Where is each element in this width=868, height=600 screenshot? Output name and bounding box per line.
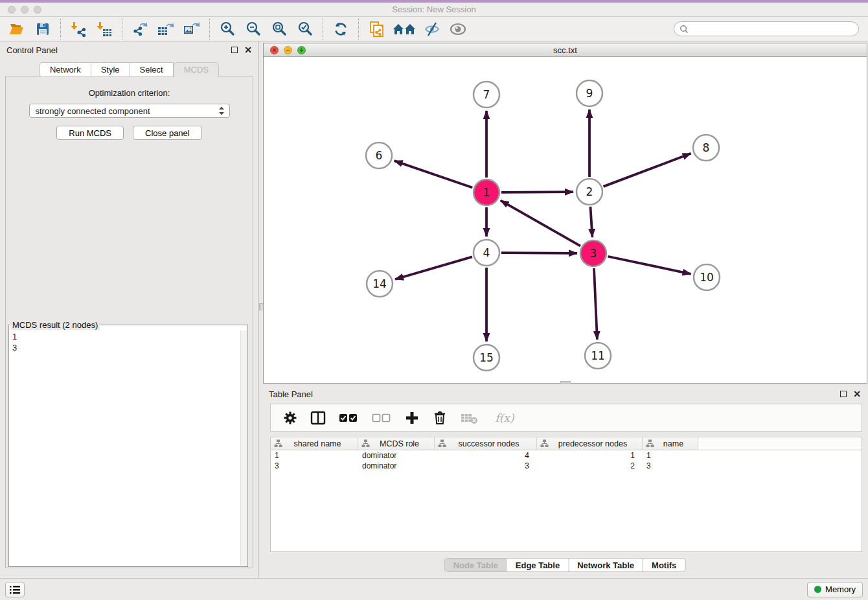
zoom-selected-button[interactable] (292, 18, 318, 40)
trash-icon (433, 410, 447, 426)
deselect-all-button[interactable] (371, 410, 392, 426)
search-box (674, 21, 859, 36)
close-panel-icon[interactable]: ✕ (244, 47, 252, 53)
graph-node-label-11: 11 (591, 349, 605, 362)
result-scrollbar[interactable] (240, 330, 247, 566)
show-columns-button[interactable] (310, 410, 326, 426)
table-row[interactable]: 3dominator323 (271, 461, 862, 471)
create-column-button[interactable] (404, 410, 420, 426)
tab-network[interactable]: Network (40, 62, 91, 77)
control-panel: Control Panel ✕ NetworkStyleSelectMCDS O… (0, 41, 259, 578)
network-maximize-button[interactable]: + (297, 46, 306, 54)
tab-mcds[interactable]: MCDS (174, 62, 219, 77)
column-header-name[interactable]: name (643, 437, 698, 450)
tab-network-table[interactable]: Network Table (568, 559, 643, 571)
cell-mcds-role: dominator (358, 451, 435, 460)
network-window-titlebar: × − + scc.txt (264, 43, 867, 57)
graph-edge-3-1[interactable] (501, 200, 580, 246)
graph-edge-3-10[interactable] (608, 257, 691, 274)
network-close-button[interactable]: × (270, 46, 279, 54)
graph-edge-4-3[interactable] (501, 253, 577, 253)
task-history-button[interactable] (5, 582, 25, 597)
graph-edge-2-3[interactable] (590, 207, 592, 237)
open-session-button[interactable] (4, 18, 30, 40)
export-image-button[interactable] (179, 18, 205, 40)
table-toolbar: f(x) (270, 404, 862, 432)
function-builder-button[interactable]: f(x) (492, 410, 518, 426)
import-network-button[interactable] (65, 18, 91, 40)
table-panel: Table Panel ✕ (262, 386, 867, 576)
graph-node-label-1: 1 (483, 186, 490, 199)
float-table-panel-icon[interactable] (840, 391, 847, 397)
import-table-icon (96, 21, 113, 38)
import-table-button[interactable] (91, 18, 117, 40)
table-panel-header: Table Panel ✕ (262, 386, 867, 402)
search-input[interactable] (692, 24, 853, 34)
graph-edge-2-8[interactable] (604, 154, 691, 187)
cell-shared-name: 3 (271, 461, 358, 470)
tab-motifs[interactable]: Motifs (643, 559, 685, 571)
apply-layout-button[interactable] (328, 18, 354, 40)
column-header-predecessor-nodes[interactable]: predecessor nodes (537, 437, 643, 450)
cell-name: 3 (643, 461, 698, 470)
graph-node-label-4: 4 (483, 246, 490, 259)
tab-node-table[interactable]: Node Table (445, 559, 507, 571)
network-graph: 7968124314101511 (264, 58, 867, 383)
memory-button[interactable]: Memory (807, 582, 863, 597)
export-table-button[interactable] (153, 18, 179, 40)
graph-node-label-7: 7 (483, 88, 490, 101)
close-panel-button[interactable]: Close panel (133, 126, 202, 140)
header-filler (698, 437, 862, 450)
first-neighbors-button[interactable] (389, 18, 419, 40)
column-header-label: successor nodes (446, 439, 536, 448)
cell-successor-nodes: 4 (435, 451, 537, 460)
graph-edge-1-6[interactable] (394, 161, 473, 187)
graph-node-label-3: 3 (590, 247, 597, 260)
graph-edge-4-14[interactable] (395, 257, 472, 279)
column-type-icon (540, 439, 549, 448)
zoom-fit-button[interactable] (266, 18, 292, 40)
network-canvas[interactable]: 7968124314101511 (264, 58, 867, 383)
tab-style[interactable]: Style (91, 62, 130, 77)
save-session-button[interactable] (30, 18, 56, 40)
tab-select[interactable]: Select (130, 62, 174, 77)
zoom-out-button[interactable] (240, 18, 266, 40)
graph-node-label-2: 2 (586, 185, 593, 198)
run-mcds-button[interactable]: Run MCDS (56, 126, 124, 140)
window-resize-grip[interactable] (560, 381, 571, 384)
clone-network-button[interactable] (363, 18, 389, 40)
hide-graphics-details-button[interactable] (419, 18, 445, 40)
column-header-shared-name[interactable]: shared name (271, 437, 358, 450)
graph-edge-3-11[interactable] (594, 268, 597, 340)
updown-chevrons-icon (218, 106, 225, 116)
float-panel-icon[interactable] (231, 47, 238, 53)
export-table-icon (157, 21, 175, 38)
column-header-successor-nodes[interactable]: successor nodes (435, 437, 537, 450)
table-row[interactable]: 1dominator411 (271, 450, 862, 461)
graph-edge-1-2[interactable] (501, 192, 573, 192)
plus-icon (405, 411, 419, 425)
export-image-icon (183, 21, 201, 38)
zoom-in-icon (219, 21, 236, 38)
homes-icon (392, 21, 417, 37)
column-type-icon (361, 439, 370, 448)
table-body: 1dominator4113dominator323 (271, 450, 862, 471)
delete-columns-button[interactable] (432, 410, 448, 426)
optimization-criterion-select[interactable]: strongly connected component (29, 104, 230, 118)
list-icon (9, 584, 21, 595)
select-all-button[interactable] (338, 410, 359, 426)
export-network-icon (131, 21, 148, 38)
mcds-result-text[interactable]: 1 3 (10, 330, 247, 566)
show-graphics-details-button[interactable] (445, 18, 471, 40)
network-minimize-button[interactable]: − (284, 46, 292, 54)
zoom-in-button[interactable] (214, 18, 240, 40)
close-table-panel-icon[interactable]: ✕ (853, 391, 861, 397)
export-network-button[interactable] (127, 18, 153, 40)
delete-table-button[interactable] (460, 410, 479, 426)
column-header-label: predecessor nodes (549, 439, 642, 448)
zoom-fit-icon (271, 21, 288, 38)
column-type-icon (438, 439, 446, 448)
table-mode-button[interactable] (282, 410, 298, 426)
tab-edge-table[interactable]: Edge Table (507, 559, 568, 571)
column-header-mcds-role[interactable]: MCDS role (358, 437, 435, 450)
